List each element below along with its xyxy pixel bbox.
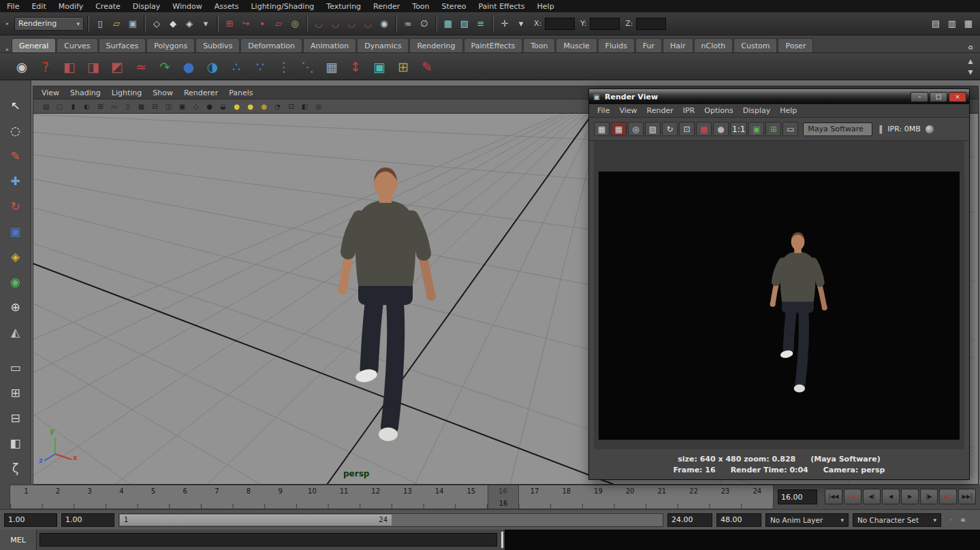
universal-manipulator-icon[interactable]: ◈ <box>3 245 28 268</box>
menu-item[interactable]: Paint Effects <box>478 2 524 11</box>
coordinate-mode-icon[interactable]: ✛ <box>497 16 512 31</box>
render-view-menu-item[interactable]: Display <box>743 106 771 115</box>
character-model[interactable] <box>338 167 436 441</box>
safe-action-icon[interactable]: ◫ <box>163 101 174 112</box>
shelf-tab[interactable]: Subdivs <box>195 38 240 52</box>
shelf-tab[interactable]: nCloth <box>694 38 733 52</box>
magnet-point-icon[interactable]: ◡ <box>344 16 359 31</box>
gate-mask-icon[interactable]: ▦ <box>136 101 147 112</box>
close-button[interactable]: × <box>949 92 966 102</box>
selection-mask-dropdown-icon[interactable]: ▾ <box>198 16 213 31</box>
shelf-scroll-down-icon[interactable]: ▼ <box>965 67 976 77</box>
scale-tool-icon[interactable]: ▣ <box>3 220 28 243</box>
bookmark-icon[interactable]: ▮ <box>67 101 79 112</box>
joint-tool-icon[interactable]: ∴ <box>225 56 247 78</box>
snap-grid-icon[interactable]: ⊞ <box>222 16 237 31</box>
field-chart-icon[interactable]: ⊟ <box>149 101 161 112</box>
animation-preferences-icon[interactable]: ≡ <box>958 515 968 525</box>
layout-two-pane-button[interactable]: ⊟ <box>3 406 28 430</box>
camera-settings-icon[interactable]: ▢ <box>54 101 65 112</box>
viewport-menu-item[interactable]: Renderer <box>184 88 218 97</box>
brush-tool-icon[interactable]: ✎ <box>416 56 438 78</box>
magnet-curve-icon[interactable]: ◡ <box>328 16 343 31</box>
graph-editor-icon[interactable]: ▦ <box>321 56 343 78</box>
frame-ruler[interactable]: 123456789101112131415161718192021222324 <box>10 485 774 509</box>
construction-history-off-icon[interactable]: ∅ <box>417 16 432 31</box>
shaded-sphere-icon[interactable]: ● <box>178 56 200 78</box>
snap-view-plane-icon[interactable]: ▱ <box>271 16 286 31</box>
paint-effects-swirl-icon[interactable]: ≈ <box>130 56 152 78</box>
render-view-menu-item[interactable]: Help <box>780 106 797 115</box>
skeleton-icon[interactable]: ⋱ <box>297 56 319 78</box>
step-back-key-button[interactable]: |◀ <box>844 489 862 504</box>
menu-item[interactable]: Modify <box>59 2 83 11</box>
playback-range-slider[interactable]: 1 24 <box>118 513 663 527</box>
shelf-tab[interactable]: Fur <box>635 38 662 52</box>
joint-chain-icon[interactable]: ⋮ <box>273 56 295 78</box>
collapse-bar-arrow-icon[interactable]: ▸ <box>4 46 11 52</box>
distance-tool-icon[interactable]: ↕ <box>345 56 366 78</box>
ik-handle-icon[interactable]: ∵ <box>249 56 271 78</box>
render-current-frame-icon[interactable]: ▦ <box>441 16 456 31</box>
shelf-tab[interactable]: Muscle <box>556 38 597 52</box>
current-frame-field[interactable] <box>778 489 817 504</box>
magnet-plane-icon[interactable]: ◡ <box>360 16 375 31</box>
shelf-tab[interactable]: Hair <box>663 38 693 52</box>
ipr-render-icon[interactable]: ▨ <box>645 122 661 136</box>
animation-start-field[interactable] <box>4 513 57 527</box>
textured-mode-icon[interactable]: ◒ <box>217 101 229 112</box>
xray-icon[interactable]: ◔ <box>272 101 283 112</box>
shelf-tab[interactable]: Toon <box>523 38 555 52</box>
shadow-light-icon[interactable]: ● <box>258 101 270 112</box>
snap-point-icon[interactable]: ∙ <box>255 16 270 31</box>
y-coordinate-input[interactable] <box>590 18 620 30</box>
last-tool-icon[interactable]: ◭ <box>3 321 28 344</box>
render-view-menu-item[interactable]: File <box>597 106 610 115</box>
region-toggle-icon[interactable]: ▣ <box>748 122 764 136</box>
viewport-menu-item[interactable]: Lighting <box>112 88 142 97</box>
layout-outliner-persp-button[interactable]: ◧ <box>3 432 28 455</box>
render-current-frame-icon[interactable]: ▦ <box>594 122 610 136</box>
construction-history-on-icon[interactable]: ∞ <box>400 16 415 31</box>
film-gate-icon[interactable]: ▭ <box>108 101 120 112</box>
go-to-end-button[interactable]: ▶▶| <box>958 489 976 504</box>
collapse-bar-arrow-icon[interactable]: ▸ <box>4 20 11 27</box>
play-forwards-button[interactable]: ▶ <box>901 489 919 504</box>
animation-end-field[interactable] <box>716 513 761 527</box>
alpha-channel-icon[interactable]: ● <box>713 122 729 136</box>
viewport-menu-item[interactable]: Panels <box>229 88 253 97</box>
curve-arrow-icon[interactable]: ↷ <box>154 56 176 78</box>
ipr-render-icon[interactable]: ▨ <box>457 16 472 31</box>
go-to-start-button[interactable]: |◀◀ <box>825 489 842 504</box>
two-sided-lighting-icon[interactable]: ◐ <box>81 101 93 112</box>
container-icon[interactable]: ▣ <box>368 56 390 78</box>
menu-item[interactable]: Display <box>133 2 161 11</box>
display-real-size-icon[interactable]: ▭ <box>783 122 798 136</box>
help-icon[interactable]: ? <box>35 56 57 78</box>
shelf-tab[interactable]: Fluids <box>598 38 635 52</box>
menu-item[interactable]: Create <box>95 2 121 11</box>
lasso-select-tool-icon[interactable]: ◌ <box>3 119 28 142</box>
isolate-select-icon[interactable]: ⊡ <box>285 101 297 112</box>
shelf-tab[interactable]: Rendering <box>409 38 462 52</box>
select-tool-icon[interactable]: ↖ <box>3 94 28 117</box>
select-object-icon[interactable]: ◆ <box>165 16 180 31</box>
render-view-menu-item[interactable]: Render <box>647 106 674 115</box>
shelf-tab[interactable]: Dynamics <box>357 38 409 52</box>
render-settings-icon[interactable]: ≡ <box>473 16 488 31</box>
shelf-trash-icon[interactable]: ♻ <box>965 43 976 52</box>
shelf-tab[interactable]: General <box>12 38 56 52</box>
camera-mask-icon[interactable]: ◧ <box>299 101 311 112</box>
x-coordinate-input[interactable] <box>545 18 575 30</box>
shelf-tab[interactable]: Curves <box>57 38 97 52</box>
minimize-button[interactable]: – <box>911 92 928 102</box>
shelf-tab[interactable]: PaintEffects <box>464 38 523 52</box>
poly-stack-icon[interactable]: ⊞ <box>392 56 414 78</box>
auto-keyframe-toggle-icon[interactable]: ◦ <box>945 515 956 525</box>
zoom-one-to-one-icon[interactable]: 1:1 <box>730 122 747 136</box>
menu-item[interactable]: Assets <box>215 2 239 11</box>
maximize-button[interactable]: □ <box>930 92 947 102</box>
menu-item[interactable]: File <box>7 2 19 11</box>
shelf-scroll-up-icon[interactable]: ▲ <box>965 56 976 66</box>
dof-icon[interactable]: ◎ <box>313 101 324 112</box>
